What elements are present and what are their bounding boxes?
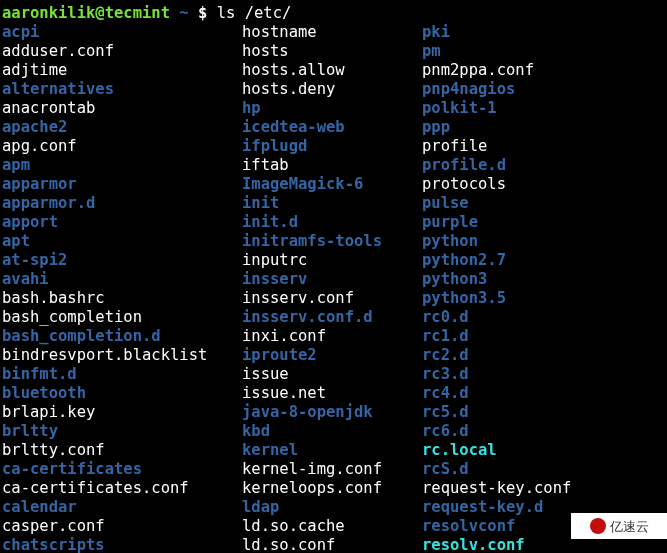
ls-entry-ld.so.conf: ld.so.conf (242, 536, 422, 553)
ls-entry-bluetooth: bluetooth (2, 384, 242, 403)
ls-entry-icedtea-web: icedtea-web (242, 118, 422, 137)
ls-entry-apparmor.d: apparmor.d (2, 194, 242, 213)
ls-entry-iftab: iftab (242, 156, 422, 175)
ls-entry-bindresvport.blacklist: bindresvport.blacklist (2, 346, 242, 365)
ls-entry-avahi: avahi (2, 270, 242, 289)
ls-entry-ld.so.cache: ld.so.cache (242, 517, 422, 536)
ls-entry-insserv.conf.d: insserv.conf.d (242, 308, 422, 327)
ls-column-3: pkipmpnm2ppa.confpnp4nagiospolkit-1ppppr… (422, 23, 622, 553)
ls-entry-hp: hp (242, 99, 422, 118)
ls-entry-apport: apport (2, 213, 242, 232)
ls-entry-calendar: calendar (2, 498, 242, 517)
ls-entry-bash.bashrc: bash.bashrc (2, 289, 242, 308)
prompt-line: aaronkilik@tecmint ~ $ ls /etc/ (2, 4, 665, 23)
ls-entry-adjtime: adjtime (2, 61, 242, 80)
ls-entry-pnm2ppa.conf: pnm2ppa.conf (422, 61, 622, 80)
ls-entry-apg.conf: apg.conf (2, 137, 242, 156)
ls-entry-hosts.allow: hosts.allow (242, 61, 422, 80)
ls-entry-brltty: brltty (2, 422, 242, 441)
ls-entry-purple: purple (422, 213, 622, 232)
ls-entry-iproute2: iproute2 (242, 346, 422, 365)
ls-entry-acpi: acpi (2, 23, 242, 42)
ls-entry-insserv: insserv (242, 270, 422, 289)
prompt-dollar: $ (198, 4, 207, 22)
ls-entry-python3.5: python3.5 (422, 289, 622, 308)
ls-entry-protocols: protocols (422, 175, 622, 194)
ls-entry-python3: python3 (422, 270, 622, 289)
ls-entry-rc3.d: rc3.d (422, 365, 622, 384)
ls-entry-polkit-1: polkit-1 (422, 99, 622, 118)
ls-entry-kernel-img.conf: kernel-img.conf (242, 460, 422, 479)
ls-entry-binfmt.d: binfmt.d (2, 365, 242, 384)
ls-entry-apache2: apache2 (2, 118, 242, 137)
ls-column-2: hostnamehostshosts.allowhosts.denyhpiced… (242, 23, 422, 553)
watermark-logo-icon (590, 518, 606, 534)
ls-entry-init: init (242, 194, 422, 213)
ls-entry-alternatives: alternatives (2, 80, 242, 99)
ls-entry-ppp: ppp (422, 118, 622, 137)
ls-entry-anacrontab: anacrontab (2, 99, 242, 118)
ls-entry-bash_completion: bash_completion (2, 308, 242, 327)
ls-entry-apparmor: apparmor (2, 175, 242, 194)
prompt-command[interactable]: ls /etc/ (217, 4, 292, 22)
ls-entry-initramfs-tools: initramfs-tools (242, 232, 422, 251)
ls-entry-ca-certificates.conf: ca-certificates.conf (2, 479, 242, 498)
ls-entry-casper.conf: casper.conf (2, 517, 242, 536)
ls-entry-init.d: init.d (242, 213, 422, 232)
ls-entry-issue.net: issue.net (242, 384, 422, 403)
ls-entry-request-key.conf: request-key.conf (422, 479, 622, 498)
ls-entry-rc4.d: rc4.d (422, 384, 622, 403)
ls-entry-apm: apm (2, 156, 242, 175)
ls-entry-java-8-openjdk: java-8-openjdk (242, 403, 422, 422)
ls-entry-adduser.conf: adduser.conf (2, 42, 242, 61)
ls-entry-at-spi2: at-spi2 (2, 251, 242, 270)
ls-entry-pki: pki (422, 23, 622, 42)
ls-entry-bash_completion.d: bash_completion.d (2, 327, 242, 346)
ls-entry-pnp4nagios: pnp4nagios (422, 80, 622, 99)
ls-entry-pm: pm (422, 42, 622, 61)
ls-entry-issue: issue (242, 365, 422, 384)
watermark-text: 亿速云 (610, 517, 649, 536)
ls-entry-rc1.d: rc1.d (422, 327, 622, 346)
ls-entry-rc2.d: rc2.d (422, 346, 622, 365)
ls-entry-profile: profile (422, 137, 622, 156)
ls-entry-apt: apt (2, 232, 242, 251)
ls-entry-hosts: hosts (242, 42, 422, 61)
ls-column-1: acpiadduser.confadjtimealternativesanacr… (2, 23, 242, 553)
ls-output: acpiadduser.confadjtimealternativesanacr… (2, 23, 665, 553)
ls-entry-rc5.d: rc5.d (422, 403, 622, 422)
ls-entry-profile.d: profile.d (422, 156, 622, 175)
ls-entry-rc.local: rc.local (422, 441, 622, 460)
ls-entry-brlapi.key: brlapi.key (2, 403, 242, 422)
ls-entry-hosts.deny: hosts.deny (242, 80, 422, 99)
ls-entry-ifplugd: ifplugd (242, 137, 422, 156)
ls-entry-chatscripts: chatscripts (2, 536, 242, 553)
ls-entry-kbd: kbd (242, 422, 422, 441)
ls-entry-inputrc: inputrc (242, 251, 422, 270)
ls-entry-insserv.conf: insserv.conf (242, 289, 422, 308)
ls-entry-python2.7: python2.7 (422, 251, 622, 270)
ls-entry-ca-certificates: ca-certificates (2, 460, 242, 479)
ls-entry-ldap: ldap (242, 498, 422, 517)
ls-entry-rcS.d: rcS.d (422, 460, 622, 479)
prompt-cwd: ~ (179, 4, 188, 22)
watermark-badge: 亿速云 (571, 513, 667, 539)
ls-entry-kernel: kernel (242, 441, 422, 460)
ls-entry-inxi.conf: inxi.conf (242, 327, 422, 346)
ls-entry-rc0.d: rc0.d (422, 308, 622, 327)
ls-entry-pulse: pulse (422, 194, 622, 213)
ls-entry-python: python (422, 232, 622, 251)
ls-entry-rc6.d: rc6.d (422, 422, 622, 441)
prompt-user-host: aaronkilik@tecmint (2, 4, 170, 22)
ls-entry-ImageMagick-6: ImageMagick-6 (242, 175, 422, 194)
ls-entry-hostname: hostname (242, 23, 422, 42)
ls-entry-kerneloops.conf: kerneloops.conf (242, 479, 422, 498)
ls-entry-brltty.conf: brltty.conf (2, 441, 242, 460)
